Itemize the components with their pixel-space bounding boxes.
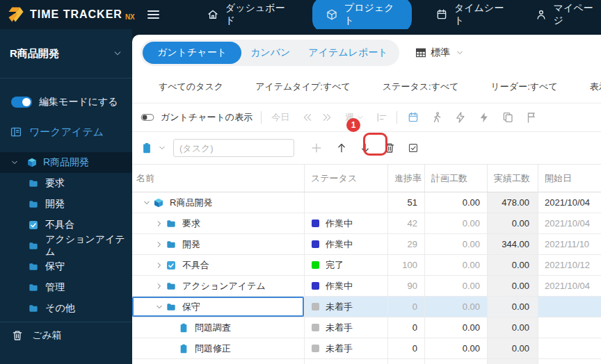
move-down-icon[interactable] xyxy=(359,142,371,154)
sidebar: R商品開発 編集モードにする ワークアイテム R商品開発 要求 開発 不具合 ア… xyxy=(0,29,132,364)
column-header-0[interactable]: 名前 xyxy=(132,165,304,192)
cell-status: 未着手 xyxy=(304,317,387,338)
toggle-on-icon[interactable] xyxy=(11,97,32,108)
chevron-down-icon[interactable] xyxy=(142,199,152,207)
table-row-issue-research[interactable]: 問題調査 未着手 0 0.00 0.00 xyxy=(132,317,601,338)
column-header-2[interactable]: 進捗率 xyxy=(387,165,424,192)
move-up-icon[interactable] xyxy=(335,142,348,154)
nav-item-timesheet[interactable]: タイムシート xyxy=(433,0,511,31)
chevron-right-icon[interactable] xyxy=(154,220,164,228)
filter-all-tasks[interactable]: すべてのタスク xyxy=(142,81,239,93)
cell-name[interactable]: 開発 xyxy=(132,234,304,254)
chevron-right-icon[interactable] xyxy=(154,240,164,249)
table-row-development[interactable]: 開発 作業中 29 0.00 344.00 2021/11/10 xyxy=(132,234,601,255)
cell-progress: 100 xyxy=(387,255,424,275)
complete-task-icon[interactable] xyxy=(408,142,419,154)
table-row-defects[interactable]: 不具合 完了 100 0.00 0.00 2021/10/12 xyxy=(132,255,601,276)
sidebar-tree-item-アクションアイテム[interactable]: アクションアイテム xyxy=(0,235,132,256)
project-cube-icon xyxy=(26,157,38,168)
cell-actual-effort: 0.00 xyxy=(487,297,538,317)
nav-item-project[interactable]: プロジェクト xyxy=(312,0,412,32)
gantt-toggle-icon[interactable] xyxy=(141,110,154,124)
nav-item-dashboard[interactable]: ダッシュボード xyxy=(204,0,291,31)
sidebar-tree-item-保守[interactable]: 保守 xyxy=(0,256,132,277)
sidebar-project-selector[interactable]: R商品開発 xyxy=(0,29,132,78)
table-row-action-items[interactable]: アクションアイテム 作業中 90 0.00 0.00 2021/10/04 xyxy=(132,276,601,297)
hamburger-menu-icon[interactable] xyxy=(147,10,159,19)
table-row-requirements[interactable]: 要求 作業中 42 0.00 0.00 2021/10/04 xyxy=(132,213,601,234)
cell-name[interactable]: 問題調査 xyxy=(132,317,304,338)
sidebar-tree-root[interactable]: R商品開発 xyxy=(0,152,132,173)
tab-gantt[interactable]: ガントチャート xyxy=(143,42,241,64)
table-row-management[interactable]: 管理 作業中 50 0.00 105.50 xyxy=(132,359,601,364)
folder-icon xyxy=(28,282,39,293)
status-color-square xyxy=(312,240,319,248)
prev-period-icon[interactable] xyxy=(302,112,313,123)
cell-actual-effort: 0.00 xyxy=(487,317,538,338)
sidebar-tree-item-開発[interactable]: 開発 xyxy=(0,194,132,215)
today-button[interactable]: 今日 xyxy=(271,111,289,124)
cell-name[interactable]: R商品開発 xyxy=(132,192,304,213)
chevron-right-icon[interactable] xyxy=(154,261,164,270)
chevron-down-icon[interactable] xyxy=(154,303,164,311)
copy-pages-icon[interactable] xyxy=(502,111,514,124)
tab-kanban[interactable]: カンバン xyxy=(241,42,299,64)
cell-planned-effort: 0.00 xyxy=(424,297,487,317)
edit-mode-toggle[interactable]: 編集モードにする xyxy=(11,94,132,110)
table-row-maintenance[interactable]: 保守 未着手 0 0.00 0.00 xyxy=(132,297,601,317)
lightning-outline-icon[interactable] xyxy=(454,111,467,124)
add-task-icon[interactable] xyxy=(310,141,323,155)
table-row-issue-fix[interactable]: 問題修正 未着手 0 0.00 0.00 xyxy=(132,338,601,359)
flag-icon[interactable] xyxy=(525,111,538,124)
cell-progress: 90 xyxy=(387,276,424,296)
cell-name[interactable]: 不具合 xyxy=(132,255,304,275)
sidebar-tree-item-管理[interactable]: 管理 xyxy=(0,277,132,298)
period-selector[interactable]: 週 xyxy=(345,111,364,124)
trash-label: ごみ箱 xyxy=(32,329,62,342)
cell-name[interactable]: 保守 xyxy=(132,297,304,317)
nav-item-mypage[interactable]: マイページ xyxy=(532,0,601,31)
cell-name[interactable]: 管理 xyxy=(132,359,304,364)
person-icon xyxy=(535,8,547,21)
calendar-icon[interactable] xyxy=(407,111,419,124)
filter-status[interactable]: ステータス:すべて xyxy=(383,81,474,93)
cell-name[interactable]: 要求 xyxy=(132,213,304,233)
sidebar-tree-item-その他[interactable]: その他 xyxy=(0,298,132,319)
view-selector-label: 標準 xyxy=(431,47,451,59)
sidebar-tree-item-要求[interactable]: 要求 xyxy=(0,173,132,194)
cell-start-date: 2021/10/04 xyxy=(538,192,601,213)
task-type-icon[interactable] xyxy=(141,142,153,154)
tab-item-report[interactable]: アイテムレポート xyxy=(299,42,396,64)
filter-leader[interactable]: リーダー:すべて xyxy=(491,81,573,93)
new-task-input[interactable] xyxy=(173,139,294,157)
cell-name[interactable]: アクションアイテム xyxy=(132,276,304,296)
sidebar-tree-items: 要求 開発 不具合 アクションアイテム 保守 管理 その他 xyxy=(0,173,132,319)
chevron-down-icon[interactable] xyxy=(10,158,19,167)
chevron-down-icon[interactable] xyxy=(158,144,166,152)
delete-task-icon[interactable] xyxy=(383,142,396,154)
view-selector[interactable]: 標準 xyxy=(415,47,466,59)
filter-item-type[interactable]: アイテムタイプ:すべて xyxy=(255,81,366,93)
next-period-icon[interactable] xyxy=(321,112,332,123)
walking-person-icon[interactable] xyxy=(431,111,443,124)
sidebar-item-workitems[interactable]: ワークアイテム xyxy=(10,123,132,141)
chevron-right-icon[interactable] xyxy=(154,282,164,290)
cell-name[interactable]: 問題修正 xyxy=(132,338,304,358)
column-header-4[interactable]: 実績工数 xyxy=(487,165,538,192)
sidebar-tree-item-不具合[interactable]: 不具合 xyxy=(0,215,132,235)
column-header-5[interactable]: 開始日 xyxy=(538,165,601,192)
cell-status: 完了 xyxy=(304,255,387,275)
check-square-icon xyxy=(166,260,177,271)
column-header-3[interactable]: 計画工数 xyxy=(424,165,487,192)
cell-status: 作業中 xyxy=(304,276,387,296)
milestone-list-icon[interactable] xyxy=(376,111,388,124)
status-color-square xyxy=(312,345,319,352)
filter-display-level[interactable]: 表示階層:レベル xyxy=(590,81,601,93)
status-label: 作業中 xyxy=(326,238,353,251)
column-header-1[interactable]: ステータス xyxy=(304,165,387,192)
sidebar-item-trash[interactable]: ごみ箱 xyxy=(0,322,132,349)
divider xyxy=(261,111,262,124)
lightning-filled-icon[interactable] xyxy=(478,111,490,124)
table-row-r-product[interactable]: R商品開発 51 0.00 478.00 2021/10/04 xyxy=(132,192,601,213)
table-view-icon xyxy=(415,47,427,59)
